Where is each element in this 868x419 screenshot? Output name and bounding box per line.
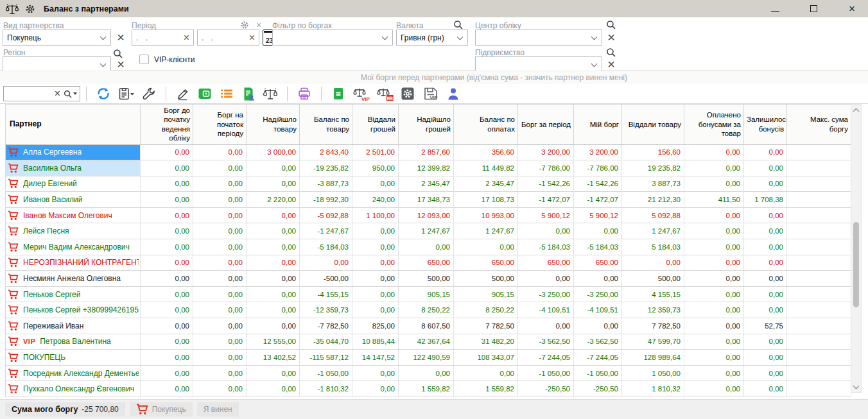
search-icon[interactable] — [64, 90, 72, 98]
partner-cell[interactable]: Пухкало Олександр Євгенович — [6, 381, 141, 397]
partner-cell[interactable]: Дилер Евгений — [6, 176, 141, 192]
maximize-button[interactable] — [809, 4, 818, 13]
value-cell: 0,00 — [352, 223, 399, 239]
table-row[interactable]: НЕРОЗПІЗНАНИЙ КОНТРАГЕНТ0,000,000,000,00… — [6, 255, 851, 271]
scales-calendar-button[interactable] — [374, 85, 395, 103]
region-clear-button[interactable]: × — [115, 58, 126, 71]
partnership-clear-button[interactable]: × — [115, 31, 126, 44]
column-header-9[interactable]: Мій борг — [574, 105, 622, 145]
scroll-up-button[interactable] — [851, 105, 861, 115]
table-row[interactable]: Пеньков Сергей0,000,000,00-4 155,150,009… — [6, 286, 851, 302]
value-cell: 0,00 — [684, 160, 744, 176]
period-settings-icon[interactable] — [240, 21, 249, 30]
search-input[interactable] — [6, 89, 55, 98]
column-header-3[interactable]: Надійшло товару — [247, 105, 300, 145]
column-header-10[interactable]: Віддали товару — [622, 105, 684, 145]
partner-cell[interactable]: Іванов Максим Олегович — [6, 207, 141, 223]
value-cell — [787, 365, 851, 381]
scales-button[interactable] — [261, 85, 280, 103]
scroll-down-button[interactable] — [851, 382, 861, 392]
account-center-clear-button[interactable]: × — [605, 31, 617, 44]
account-center-select[interactable] — [475, 30, 602, 46]
account-center-search-icon[interactable] — [606, 20, 616, 30]
partner-cell[interactable]: ПОКУПЕЦЬ — [6, 350, 141, 366]
debt-filter-select[interactable] — [272, 30, 393, 46]
search-clear-icon[interactable]: × — [55, 89, 60, 98]
table-row[interactable]: Лейся Песня0,000,000,00-1 247,670,001 24… — [6, 223, 851, 239]
partner-cell[interactable]: Мерич Вадим Александрович — [6, 239, 141, 255]
column-header-6[interactable]: Надійшло грошей — [399, 105, 454, 145]
table-row[interactable]: Алла Сергеевна0,000,003 000,002 843,402 … — [6, 144, 851, 160]
partner-cell[interactable]: Пеньков Сергей — [6, 286, 141, 302]
search-box[interactable]: × — [3, 86, 80, 101]
partnership-select[interactable]: Покупець — [3, 30, 111, 46]
table-row[interactable]: ПОКУПЕЦЬ0,000,0013 402,52-115 587,1214 1… — [6, 350, 851, 366]
column-header-12[interactable]: Залишилося бонусів — [744, 105, 787, 145]
person-button[interactable] — [444, 85, 463, 103]
column-header-2[interactable]: Борг на початок періоду — [193, 105, 247, 145]
value-cell: -5 184,03 — [518, 239, 574, 255]
table-row[interactable]: Іванов Максим Олегович0,000,000,00-5 092… — [6, 207, 851, 223]
edit-pencil-button[interactable] — [173, 85, 193, 103]
column-header-7[interactable]: Баланс по оплатах — [454, 105, 518, 145]
table-row[interactable]: Иванов Василий0,000,002 220,00-18 992,30… — [6, 192, 851, 208]
save-vip-button[interactable]: VIP — [420, 85, 441, 103]
partner-cell[interactable]: Несмиян Анжела Олеговна — [6, 271, 141, 287]
currency-select[interactable]: Гривня (грн) — [396, 30, 468, 46]
partner-cell[interactable]: Переживай Иван — [6, 318, 141, 334]
scrollbar-thumb[interactable] — [853, 222, 859, 307]
table-row[interactable]: Пухкало Олександр Євгенович0,000,000,00-… — [6, 381, 851, 397]
document-person-button[interactable] — [239, 85, 258, 103]
partner-cell[interactable]: Пеньков Сергей +380999426195 — [6, 302, 141, 318]
clear-date-icon[interactable]: × — [249, 33, 255, 42]
wallet-button[interactable] — [195, 85, 214, 103]
partner-cell[interactable]: Лейся Песня — [6, 223, 141, 239]
table-row[interactable]: Василина Ольга0,000,000,00-19 235,82950,… — [6, 160, 851, 176]
scales-icon — [5, 3, 19, 15]
close-button[interactable]: × — [847, 4, 856, 13]
value-cell: 0,00 — [247, 239, 300, 255]
table-row[interactable]: Переживай Иван0,000,000,00-7 782,50825,0… — [6, 318, 851, 334]
column-header-4[interactable]: Баланс по товару — [300, 105, 352, 145]
search-options-caret[interactable] — [73, 92, 77, 95]
column-header-11[interactable]: Оплачено бонусами за товар — [684, 105, 744, 145]
column-header-13[interactable]: Макс. сума боргу — [787, 105, 851, 145]
period-clear-button[interactable]: × — [254, 21, 263, 30]
table-row[interactable]: Пеньков Сергей +3809994261950,000,000,00… — [6, 302, 851, 318]
clear-date-icon[interactable]: × — [184, 33, 189, 42]
wrench-button[interactable] — [139, 85, 159, 103]
column-header-1[interactable]: Борг до початку ведення обліку — [141, 105, 193, 145]
partner-cell[interactable]: VIPПетрова Валентина — [6, 334, 141, 350]
minimize-button[interactable] — [770, 4, 779, 13]
refresh-button[interactable] — [94, 85, 113, 103]
printer-button[interactable] — [295, 85, 314, 103]
enterprise-clear-button[interactable]: × — [605, 58, 617, 71]
order-list-button[interactable] — [217, 85, 236, 103]
partner-cell[interactable]: Посредник Александр Дементьев — [6, 365, 141, 381]
enterprise-search-icon[interactable] — [606, 47, 616, 57]
value-cell — [787, 286, 851, 302]
partner-cell[interactable]: НЕРОЗПІЗНАНИЙ КОНТРАГЕНТ — [6, 255, 141, 271]
period-from-field[interactable]: . .× — [132, 30, 194, 46]
column-header-8[interactable]: Борг за період — [518, 105, 574, 145]
settings-gear-button[interactable] — [398, 85, 417, 103]
table-row[interactable]: Посредник Александр Дементьев0,000,000,0… — [6, 365, 851, 381]
column-header-partner[interactable]: Партнер — [6, 105, 141, 145]
table-row[interactable]: VIPПетрова Валентина0,000,0012 555,00-35… — [6, 334, 851, 350]
period-to-field[interactable]: . .× — [197, 30, 259, 46]
partner-cell[interactable]: Иванов Василий — [6, 192, 141, 208]
report-clipboard-button[interactable] — [116, 85, 137, 103]
document-green-button[interactable] — [329, 85, 348, 103]
currency-search-icon[interactable] — [453, 20, 463, 30]
value-cell: 0,00 — [399, 365, 454, 381]
table-row[interactable]: Несмиян Анжела Олеговна0,000,000,00-500,… — [6, 271, 851, 287]
table-row[interactable]: Дилер Евгений0,000,000,00-3 887,730,002 … — [6, 176, 851, 192]
value-cell: -250,50 — [518, 381, 574, 397]
table-row[interactable]: Мерич Вадим Александрович0,000,000,00-5 … — [6, 239, 851, 255]
column-header-5[interactable]: Віддали грошей — [352, 105, 399, 145]
partner-cell[interactable]: Василина Ольга — [6, 160, 141, 176]
vertical-scrollbar[interactable] — [851, 104, 862, 393]
vip-clients-checkbox[interactable] — [139, 55, 149, 64]
partner-cell[interactable]: Алла Сергеевна — [6, 144, 141, 160]
scales-vip-button[interactable]: VIP — [351, 85, 372, 103]
